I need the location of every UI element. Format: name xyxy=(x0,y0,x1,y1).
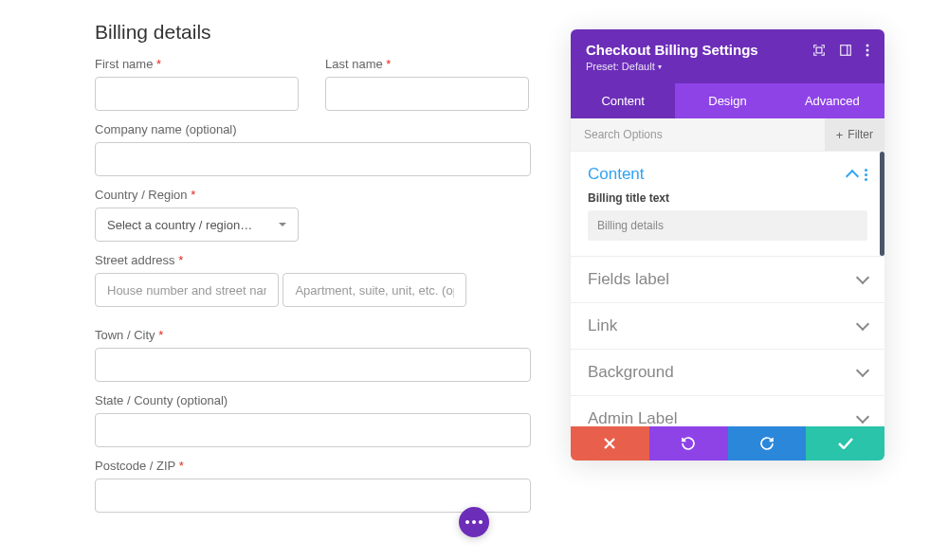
accordion-admin-label[interactable]: Admin Label xyxy=(571,396,884,426)
chevron-down-icon xyxy=(279,223,286,226)
chevron-down-icon: ▾ xyxy=(658,63,662,71)
street-label: Street address * xyxy=(95,253,531,267)
accordion-fields-label[interactable]: Fields label xyxy=(571,257,884,303)
country-select[interactable]: Select a country / region… xyxy=(95,208,299,242)
billing-title-label: Billing title text xyxy=(588,191,867,205)
postcode-label: Postcode / ZIP * xyxy=(95,459,531,473)
country-select-placeholder: Select a country / region… xyxy=(107,218,252,232)
last-name-input[interactable] xyxy=(325,77,529,111)
settings-panel: Checkout Billing Settings Preset: Defaul… xyxy=(571,29,884,461)
state-label: State / County (optional) xyxy=(95,393,531,407)
panel-title: Checkout Billing Settings xyxy=(586,42,758,58)
svg-rect-0 xyxy=(816,47,822,53)
city-input[interactable] xyxy=(95,348,531,382)
tab-design[interactable]: Design xyxy=(675,83,779,118)
street-input-1[interactable] xyxy=(95,273,279,307)
redo-icon xyxy=(759,436,775,451)
plus-icon: + xyxy=(836,128,844,142)
last-name-label: Last name * xyxy=(325,57,529,71)
country-label: Country / Region * xyxy=(95,188,299,202)
check-icon xyxy=(838,438,853,449)
city-label: Town / City * xyxy=(95,328,531,342)
expand-icon[interactable] xyxy=(812,44,826,57)
undo-icon xyxy=(681,436,696,451)
tab-advanced[interactable]: Advanced xyxy=(780,83,884,118)
chevron-down-icon xyxy=(856,410,869,424)
chevron-up-icon xyxy=(846,170,859,183)
svg-point-4 xyxy=(866,49,869,52)
more-icon xyxy=(465,520,483,524)
search-options-input[interactable] xyxy=(571,118,825,151)
module-options-fab[interactable] xyxy=(459,507,489,537)
accordion-link[interactable]: Link xyxy=(571,303,884,350)
svg-point-3 xyxy=(866,45,869,47)
svg-rect-1 xyxy=(841,45,851,56)
first-name-label: First name * xyxy=(95,57,299,71)
chevron-down-icon xyxy=(856,271,869,284)
accordion-background[interactable]: Background xyxy=(571,350,884,396)
kebab-icon[interactable] xyxy=(865,169,867,181)
chevron-down-icon xyxy=(856,317,869,331)
scrollbar-thumb[interactable] xyxy=(880,152,884,256)
postcode-input[interactable] xyxy=(95,479,531,513)
chevron-down-icon xyxy=(856,364,869,377)
preset-selector[interactable]: Preset: Default ▾ xyxy=(586,61,758,72)
snap-icon[interactable] xyxy=(839,44,852,57)
undo-button[interactable] xyxy=(649,426,728,461)
close-icon xyxy=(604,438,615,449)
street-input-2[interactable] xyxy=(283,273,466,307)
state-input[interactable] xyxy=(95,413,531,447)
tab-content[interactable]: Content xyxy=(571,83,675,118)
accordion-content[interactable]: Content xyxy=(571,152,884,191)
redo-button[interactable] xyxy=(728,426,807,461)
first-name-input[interactable] xyxy=(95,77,299,111)
company-input[interactable] xyxy=(95,142,531,176)
company-label: Company name (optional) xyxy=(95,122,531,136)
kebab-icon[interactable] xyxy=(866,44,869,57)
cancel-button[interactable] xyxy=(571,426,649,461)
billing-title-input[interactable] xyxy=(588,210,867,241)
save-button[interactable] xyxy=(806,426,884,461)
form-title: Billing details xyxy=(95,21,531,44)
filter-button[interactable]: + Filter xyxy=(825,118,884,151)
svg-point-5 xyxy=(866,54,869,57)
